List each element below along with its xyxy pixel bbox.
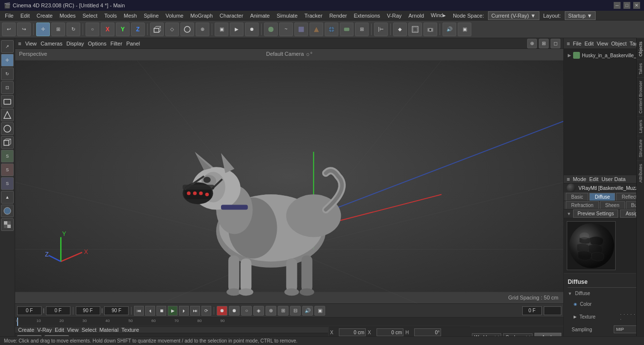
null-button[interactable]: ○: [86, 23, 99, 36]
menu-tracker[interactable]: Tracker: [302, 12, 326, 20]
obj-toolbar-hamburger[interactable]: ≡: [567, 41, 570, 46]
brush2[interactable]: 🔊: [443, 23, 456, 36]
playback-prev[interactable]: ⏴: [145, 306, 155, 316]
playback-next[interactable]: ⏵: [179, 306, 189, 316]
sidebar-move[interactable]: ✛: [1, 54, 14, 67]
mat-vray[interactable]: V-Ray: [37, 327, 52, 333]
preview-settings-btn[interactable]: Preview Settings: [573, 209, 618, 218]
timeline-more-btn[interactable]: ▣: [314, 306, 325, 316]
vp-layout-btn[interactable]: ⊞: [539, 39, 549, 48]
obj-edit[interactable]: Edit: [584, 41, 594, 46]
vp-menu-options[interactable]: Options: [88, 41, 107, 46]
attr-userdata[interactable]: User Data: [601, 176, 626, 182]
playback-play[interactable]: ▶: [168, 306, 178, 316]
curve-tool[interactable]: ~: [279, 23, 293, 36]
vp-menu-hamburger[interactable]: ≡: [18, 41, 21, 46]
polygon-button[interactable]: ◇: [165, 23, 179, 36]
tab-takes-vert[interactable]: Takes: [637, 60, 644, 78]
frame-end2-input[interactable]: [104, 306, 129, 315]
spline-btn[interactable]: ◈: [253, 306, 264, 316]
ease-btn[interactable]: ⊟: [290, 306, 301, 316]
tab-basic[interactable]: Basic: [566, 193, 588, 201]
sidebar-cube[interactable]: [1, 136, 14, 149]
coord-x-pos[interactable]: [339, 328, 366, 336]
menu-mesh[interactable]: Mesh: [121, 12, 140, 20]
sidebar-s2[interactable]: S: [1, 163, 14, 176]
mat-material[interactable]: Material: [99, 327, 118, 333]
tab-refraction[interactable]: Refraction: [566, 201, 599, 209]
motion-btn[interactable]: ○: [241, 306, 252, 316]
maximize-button[interactable]: □: [623, 2, 630, 9]
film-button[interactable]: ▣: [215, 23, 228, 36]
playback-stop[interactable]: ⏹: [156, 306, 166, 316]
scale-tool-button[interactable]: ⊞: [51, 23, 65, 36]
sound-btn[interactable]: 🔊: [302, 306, 313, 316]
move-tool-button[interactable]: ✛: [36, 23, 50, 36]
undo-button[interactable]: ↩: [2, 23, 16, 36]
sidebar-scale[interactable]: ⊡: [1, 81, 14, 94]
menu-file[interactable]: File: [2, 12, 17, 20]
vp-expand-btn[interactable]: ⊕: [527, 39, 537, 48]
current-frame-display[interactable]: [522, 306, 542, 315]
brush1[interactable]: ◆: [393, 23, 407, 36]
subtab-collapse-icon[interactable]: ▼: [567, 211, 571, 216]
menu-spline[interactable]: Spline: [141, 12, 162, 20]
vp-menu-cameras[interactable]: Cameras: [41, 41, 63, 46]
obj-object[interactable]: Object: [611, 41, 627, 46]
tab-layers-vert[interactable]: Layers: [637, 116, 644, 136]
tab-diffuse[interactable]: Diffuse: [589, 193, 615, 201]
sidebar-s1[interactable]: S: [1, 150, 14, 162]
menu-extensions[interactable]: Extensions: [351, 12, 383, 20]
coord-x-rot[interactable]: [377, 328, 403, 336]
deformer[interactable]: ⊞: [355, 23, 369, 36]
playback-loop[interactable]: ⟳: [201, 306, 211, 316]
tab-sheen[interactable]: Sheen: [600, 201, 625, 209]
timeline-scrubber[interactable]: 0 10 20 30 40 50 60 70 80 90: [15, 318, 563, 326]
knife-tool[interactable]: |⊢: [374, 23, 388, 36]
vp-menu-view[interactable]: View: [25, 41, 37, 46]
viewport[interactable]: Perspective Default Camera ☼° Grid Spaci…: [15, 49, 563, 303]
menu-edit[interactable]: Edit: [18, 12, 33, 20]
menu-render[interactable]: Render: [326, 12, 350, 20]
nodespace-select[interactable]: Current (V-Ray) ▼: [488, 11, 539, 20]
sidebar-obj[interactable]: [1, 95, 14, 108]
play-button[interactable]: ▶: [230, 23, 244, 36]
sidebar-arrow[interactable]: ↗: [1, 40, 14, 53]
cube-button[interactable]: [150, 23, 164, 36]
tab-structure-vert[interactable]: Structure: [637, 136, 644, 161]
menu-create[interactable]: Create: [34, 12, 56, 20]
menu-volume[interactable]: Volume: [163, 12, 187, 20]
menu-tools[interactable]: Tools: [101, 12, 120, 20]
close-button[interactable]: ✕: [633, 2, 640, 9]
tab-attributes-vert[interactable]: Attributes: [637, 161, 644, 185]
menu-vray[interactable]: V-Ray: [384, 12, 404, 20]
tab-objects-vert[interactable]: Objects: [637, 38, 644, 60]
tab-content-browser-vert[interactable]: Content Browser: [637, 77, 644, 116]
vp-menu-panel[interactable]: Panel: [126, 41, 140, 46]
menu-mograph[interactable]: MoGraph: [187, 12, 216, 20]
snap-button[interactable]: ⊕: [196, 23, 209, 36]
playback-last[interactable]: ⏭: [190, 306, 200, 316]
sidebar-rotate[interactable]: ↻: [1, 68, 14, 80]
obj-prim2[interactable]: [310, 23, 323, 36]
color-radio[interactable]: ◉: [574, 302, 577, 306]
sidebar-checker[interactable]: [1, 218, 14, 231]
step-btn[interactable]: ⊞: [278, 306, 289, 316]
sphere-prim[interactable]: [264, 23, 278, 36]
record-button[interactable]: ⏺: [245, 23, 259, 36]
mat-texture[interactable]: Texture: [121, 327, 139, 333]
obj-file[interactable]: File: [573, 41, 581, 46]
camera-icon[interactable]: [423, 23, 437, 36]
object-mode-button[interactable]: [180, 23, 194, 36]
menu-arnold[interactable]: Arnold: [405, 12, 427, 20]
obj-prim1[interactable]: [294, 23, 308, 36]
render-queue[interactable]: ▣: [458, 23, 471, 36]
axis-x-button[interactable]: X: [101, 23, 114, 36]
axis-z-button[interactable]: Z: [131, 23, 145, 36]
mat-select[interactable]: Select: [82, 327, 97, 333]
vp-fullscreen-btn[interactable]: ◻: [551, 39, 560, 48]
vp-menu-display[interactable]: Display: [67, 41, 84, 46]
texture-expand[interactable]: ▶: [574, 315, 577, 319]
sidebar-poly[interactable]: [1, 109, 14, 121]
menu-animate[interactable]: Animate: [247, 12, 272, 20]
